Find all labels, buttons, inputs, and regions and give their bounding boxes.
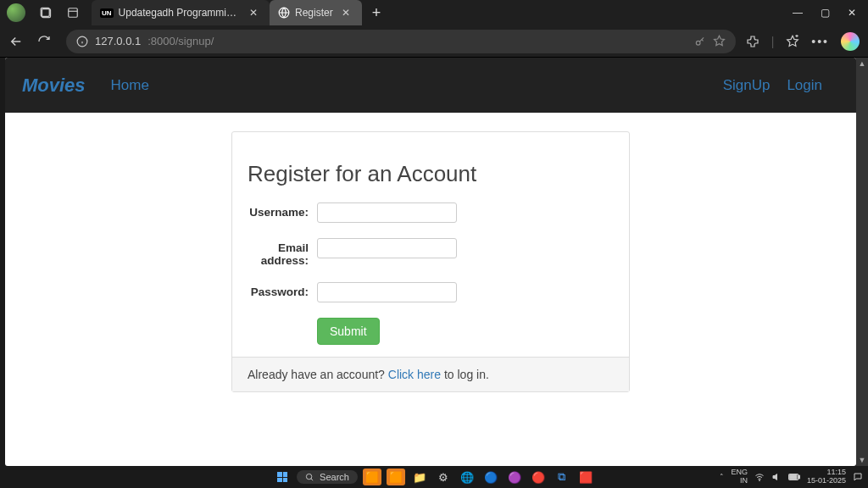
tray-chevron-icon[interactable]: ˄: [720, 473, 724, 481]
url-input[interactable]: 127.0.0.1:8000/signup/: [66, 30, 736, 53]
star-icon[interactable]: [713, 35, 726, 47]
volume-icon[interactable]: [771, 472, 782, 482]
globe-icon: [278, 7, 290, 19]
system-tray: ˄ ENG IN 11:15 15-01-2025: [720, 466, 863, 488]
submit-button[interactable]: Submit: [317, 318, 380, 345]
tab-strip: UN Updategadh Programming - Upd ✕ Regist…: [86, 0, 782, 25]
footer-text-suffix: to log in.: [441, 368, 489, 381]
refresh-button[interactable]: [37, 35, 56, 48]
close-icon[interactable]: ✕: [246, 7, 261, 19]
label-username: Username:: [248, 202, 309, 219]
taskbar-chrome[interactable]: 🔵: [481, 469, 500, 485]
input-password[interactable]: [317, 282, 457, 302]
windows-taskbar: Search 🟧 🟧 📁 ⚙ 🌐 🔵 🟣 🔴 ⧉ 🟥 ˄ ENG IN 11:1…: [0, 466, 868, 488]
taskbar-edge[interactable]: 🌐: [458, 469, 476, 485]
search-placeholder: Search: [320, 472, 349, 482]
close-window-button[interactable]: ✕: [846, 7, 858, 19]
extensions-icon[interactable]: [746, 35, 760, 48]
tray-language[interactable]: ENG IN: [731, 469, 748, 485]
copilot-icon[interactable]: [841, 32, 860, 51]
tab-title: Updategadh Programming - Upd: [119, 7, 241, 19]
close-icon[interactable]: ✕: [338, 7, 353, 19]
row-password: Password:: [248, 282, 614, 302]
svg-rect-15: [798, 475, 799, 479]
input-email[interactable]: [317, 238, 457, 258]
site-info-icon[interactable]: [76, 36, 88, 47]
register-panel: Register for an Account Username: Email …: [231, 131, 630, 392]
taskbar-app[interactable]: 🟧: [363, 469, 381, 485]
tray-clock[interactable]: 11:15 15-01-2025: [807, 469, 846, 485]
maximize-button[interactable]: ▢: [819, 7, 831, 19]
nav-login[interactable]: Login: [787, 77, 822, 94]
scroll-down-icon[interactable]: ▼: [856, 454, 868, 466]
tab-title: Register: [295, 7, 333, 19]
url-path: :8000/signup/: [147, 35, 214, 47]
battery-icon[interactable]: [788, 473, 800, 481]
brand-logo[interactable]: Movies: [22, 75, 86, 97]
nav-home[interactable]: Home: [111, 77, 149, 94]
site-navbar: Movies Home SignUp Login: [5, 58, 856, 113]
taskbar-app[interactable]: 🟧: [387, 469, 405, 485]
login-link[interactable]: Click here: [388, 368, 441, 381]
panel-footer: Already have an account? Click here to l…: [232, 357, 629, 391]
row-username: Username:: [248, 202, 614, 223]
wifi-icon[interactable]: [754, 472, 765, 482]
svg-line-12: [311, 478, 313, 480]
svg-point-11: [306, 474, 311, 479]
svg-point-13: [759, 480, 760, 481]
start-button[interactable]: [273, 469, 292, 485]
svg-rect-16: [790, 475, 797, 480]
notifications-icon[interactable]: [853, 472, 863, 482]
new-tab-button[interactable]: +: [362, 4, 392, 22]
minimize-button[interactable]: —: [792, 7, 804, 19]
tab-actions-icon[interactable]: [66, 6, 80, 19]
taskbar-app[interactable]: 🔴: [529, 469, 548, 485]
taskbar-search[interactable]: Search: [297, 470, 358, 484]
register-heading: Register for an Account: [248, 161, 614, 187]
workspaces-icon[interactable]: [39, 6, 53, 19]
search-icon: [305, 473, 314, 482]
back-button[interactable]: [8, 34, 27, 49]
window-controls: — ▢ ✕: [782, 7, 868, 19]
tab-register[interactable]: Register ✕: [270, 0, 362, 25]
favicon-un: UN: [100, 8, 114, 18]
label-password: Password:: [248, 282, 309, 298]
row-email: Email address:: [248, 238, 614, 267]
password-key-icon[interactable]: [694, 36, 706, 47]
vertical-scrollbar[interactable]: ▲ ▼: [856, 58, 868, 466]
scroll-up-icon[interactable]: ▲: [856, 58, 868, 69]
url-host: 127.0.0.1: [95, 35, 141, 47]
taskbar-app[interactable]: 🟥: [576, 469, 595, 485]
profile-avatar[interactable]: [7, 3, 25, 22]
taskbar-vscode[interactable]: ⧉: [553, 469, 571, 485]
taskbar-settings[interactable]: ⚙: [434, 469, 453, 485]
taskbar-app[interactable]: 🟣: [505, 469, 524, 485]
footer-text-prefix: Already have an account?: [248, 368, 388, 381]
label-email: Email address:: [248, 238, 309, 267]
nav-signup[interactable]: SignUp: [723, 77, 771, 94]
page-viewport: Movies Home SignUp Login Register for an…: [5, 58, 856, 466]
address-bar: 127.0.0.1:8000/signup/ | •••: [0, 25, 868, 58]
menu-icon[interactable]: •••: [811, 35, 829, 48]
favorites-icon[interactable]: [786, 35, 799, 48]
taskbar-explorer[interactable]: 📁: [410, 469, 429, 485]
svg-rect-2: [69, 8, 78, 18]
input-username[interactable]: [317, 202, 457, 223]
tab-updategadh[interactable]: UN Updategadh Programming - Upd ✕: [92, 0, 270, 25]
toolbar-right: | •••: [746, 32, 860, 51]
window-titlebar: UN Updategadh Programming - Upd ✕ Regist…: [0, 0, 868, 25]
